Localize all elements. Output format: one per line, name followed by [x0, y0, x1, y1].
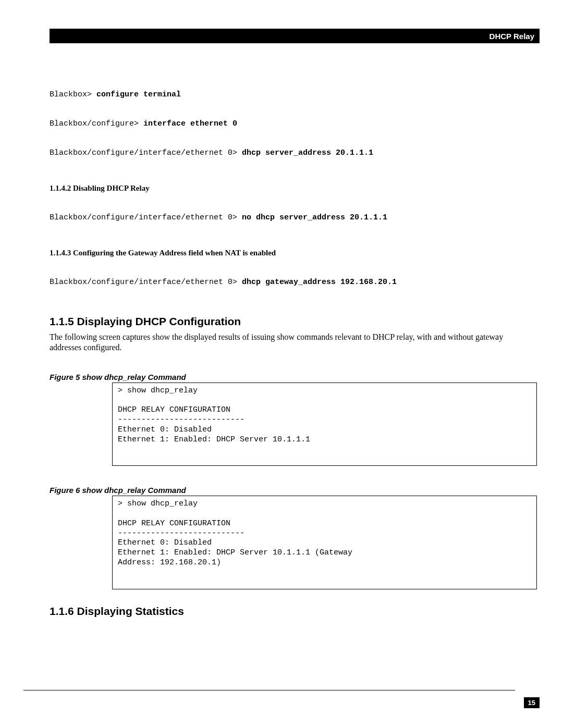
prompt: Blackbox/configure>: [50, 119, 143, 128]
page-content: Blackbox> configure terminal Blackbox/co…: [50, 70, 537, 622]
terminal-block-3: Blackbox/configure/interface/ethernet 0>…: [50, 258, 537, 307]
section-heading-115: 1.1.5 Displaying DHCP Configuration: [50, 315, 537, 328]
header-bar: DHCP Relay: [50, 29, 540, 43]
subsection-heading-1142: 1.1.4.2 Disabling DHCP Relay: [50, 184, 537, 193]
figure-6-code: > show dhcp_relay DHCP RELAY CONFIGURATI…: [112, 496, 537, 589]
command: dhcp server_address 20.1.1.1: [242, 149, 373, 157]
section-heading-116: 1.1.6 Displaying Statistics: [50, 605, 537, 618]
figure-6-caption: Figure 6 show dhcp_relay Command: [50, 486, 537, 495]
section-body-115: The following screen captures show the d…: [50, 332, 537, 353]
command: dhcp gateway_address 192.168.20.1: [242, 278, 397, 287]
prompt: Blackbox>: [50, 90, 96, 99]
prompt: Blackbox/configure/interface/ethernet 0>: [50, 278, 242, 287]
page-number: 15: [524, 697, 540, 708]
command: no dhcp server_address 20.1.1.1: [242, 213, 387, 222]
command: interface ethernet 0: [143, 119, 237, 128]
header-title: DHCP Relay: [489, 32, 534, 41]
figure-5-code: > show dhcp_relay DHCP RELAY CONFIGURATI…: [112, 382, 537, 466]
figure-5-caption: Figure 5 show dhcp_relay Command: [50, 373, 537, 381]
prompt: Blackbox/configure/interface/ethernet 0>: [50, 213, 242, 222]
terminal-block-2: Blackbox/configure/interface/ethernet 0>…: [50, 193, 537, 242]
prompt: Blackbox/configure/interface/ethernet 0>: [50, 149, 242, 157]
command: configure terminal: [96, 90, 181, 99]
subsection-heading-1143: 1.1.4.3 Configuring the Gateway Address …: [50, 249, 537, 257]
footer-rule: [23, 690, 515, 690]
terminal-block-1: Blackbox> configure terminal Blackbox/co…: [50, 70, 537, 178]
